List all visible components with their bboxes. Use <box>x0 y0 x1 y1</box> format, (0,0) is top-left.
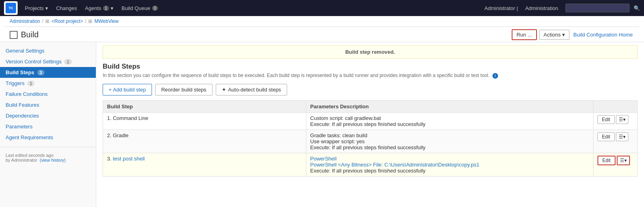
sidebar-item-label: Agent Requirements <box>6 134 53 140</box>
breadcrumb-root[interactable]: <Root project> <box>51 18 83 24</box>
top-navigation: TC Projects ▾ Changes Agents 1 ▾ Build Q… <box>0 0 644 16</box>
main-layout: General Settings Version Control Setting… <box>0 42 644 207</box>
sidebar-item-label: General Settings <box>6 48 45 54</box>
nav-projects[interactable]: Projects ▾ <box>22 4 51 13</box>
sidebar-badge: 1 <box>64 59 71 65</box>
chevron-down-icon: ▾ <box>562 32 565 38</box>
edited-by: by Administrator (view history) <box>6 158 90 162</box>
sidebar-item-build-steps[interactable]: Build Steps 3 <box>0 67 96 78</box>
auto-detect-build-steps-button[interactable]: ✦ Auto-detect build steps <box>216 84 287 95</box>
sidebar-item-label: Dependencies <box>6 113 39 119</box>
chevron-down-icon: ▾ <box>45 5 48 11</box>
main-content: Build step removed. Build Steps In this … <box>96 42 644 207</box>
sidebar-item-agent-requirements[interactable]: Agent Requirements <box>0 132 96 143</box>
sidebar-item-label: Parameters <box>6 124 32 130</box>
edit-step-button[interactable]: Edit <box>597 156 616 165</box>
action-buttons: + Add build step Reorder build steps ✦ A… <box>103 84 638 95</box>
step-actions-cell: Edit ☰ ▾ <box>593 153 638 176</box>
sidebar-item-label: Failure Conditions <box>6 91 48 97</box>
sidebar-item-label: Build Features <box>6 102 39 108</box>
breadcrumb-project-icon: ⊞ <box>88 18 92 24</box>
nav-changes[interactable]: Changes <box>53 4 80 13</box>
step-actions-cell: Edit ☰ ▾ <box>593 130 638 153</box>
col-header-params: Parameters Description <box>306 100 593 112</box>
sidebar-item-triggers[interactable]: Triggers 1 <box>0 78 96 89</box>
section-description: In this section you can configure the se… <box>103 72 638 79</box>
nav-agents[interactable]: Agents 1 ▾ <box>82 4 117 13</box>
table-row: 3. test post shell PowerShell PowerShell… <box>103 153 638 176</box>
sidebar-item-dependencies[interactable]: Dependencies <box>0 110 96 121</box>
sidebar-item-version-control[interactable]: Version Control Settings 1 <box>0 56 96 67</box>
breadcrumb-root-icon: ⊞ <box>45 18 49 24</box>
nav-build-queue[interactable]: Build Queue 0 <box>118 4 161 13</box>
param-link[interactable]: PowerShell <box>310 156 337 162</box>
step-params-cell: Gradle tasks: clean build Use wrapper sc… <box>306 130 593 153</box>
actions-button[interactable]: Actions ▾ <box>539 30 569 40</box>
view-history-link[interactable]: (view history) <box>40 158 66 162</box>
menu-icon: ☰ <box>619 134 623 140</box>
alert-banner: Build step removed. <box>103 45 638 59</box>
step-action-buttons: Edit ☰ ▾ <box>597 115 633 124</box>
sidebar-item-parameters[interactable]: Parameters <box>0 121 96 132</box>
edit-step-button[interactable]: Edit <box>597 132 615 141</box>
nav-right: Administrator | Administration 🔍 <box>484 4 640 13</box>
menu-icon: ☰ <box>619 117 623 122</box>
info-icon: i <box>492 73 498 79</box>
sidebar-item-label: Triggers <box>6 80 24 86</box>
param-line: Execute: If all previous steps finished … <box>310 168 589 174</box>
param-line: Custom script: call gradlew.bat <box>310 115 589 121</box>
search-icon[interactable]: 🔍 <box>634 5 640 11</box>
edit-step-button[interactable]: Edit <box>597 115 615 124</box>
sidebar-item-build-features[interactable]: Build Features <box>0 99 96 110</box>
build-steps-table: Build Step Parameters Description 1. Com… <box>103 100 638 177</box>
step-actions-cell: Edit ☰ ▾ <box>593 112 638 130</box>
sidebar-badge: 3 <box>37 70 45 75</box>
sidebar-item-failure-conditions[interactable]: Failure Conditions <box>0 89 96 99</box>
step-menu-button[interactable]: ☰ ▾ <box>617 156 630 165</box>
step-action-buttons: Edit ☰ ▾ <box>597 132 633 141</box>
run-button[interactable]: Run ... <box>512 29 537 40</box>
wand-icon: ✦ <box>222 87 226 93</box>
build-configuration-home-button[interactable]: Build Configuration Home <box>572 30 634 39</box>
step-name-cell: 1. Command Line <box>103 112 306 130</box>
page-title-icon <box>10 31 18 39</box>
step-title-link[interactable]: test post shell <box>113 156 145 162</box>
param-line: Execute: If all previous steps finished … <box>310 144 589 150</box>
menu-icon: ☰ <box>620 158 624 163</box>
header-actions: Run ... Actions ▾ Build Configuration Ho… <box>512 29 634 40</box>
dropdown-arrow-icon: ▾ <box>623 117 626 122</box>
dropdown-arrow-icon: ▾ <box>624 158 627 163</box>
step-name-cell: 2. Gradle <box>103 130 306 153</box>
sidebar-item-general-settings[interactable]: General Settings <box>0 45 96 56</box>
logo-text: TC <box>9 6 13 10</box>
nav-items: Projects ▾ Changes Agents 1 ▾ Build Queu… <box>22 4 484 13</box>
table-row: 2. Gradle Gradle tasks: clean build Use … <box>103 130 638 153</box>
search-input[interactable] <box>565 4 630 12</box>
sidebar: General Settings Version Control Setting… <box>0 42 96 207</box>
param-line: Execute: If all previous steps finished … <box>310 121 589 127</box>
table-row: 1. Command Line Custom script: call grad… <box>103 112 638 130</box>
col-header-step: Build Step <box>103 100 306 112</box>
step-menu-button[interactable]: ☰ ▾ <box>616 132 628 141</box>
sidebar-badge: 1 <box>27 81 34 86</box>
sidebar-footer: Last edited seconds ago by Administrator… <box>0 147 96 165</box>
chevron-down-icon: ▾ <box>111 5 113 11</box>
dropdown-arrow-icon: ▾ <box>623 134 626 140</box>
breadcrumb: Administration / ⊞ <Root project> / ⊞ MW… <box>5 16 639 27</box>
reorder-build-steps-button[interactable]: Reorder build steps <box>155 84 213 95</box>
sidebar-item-label: Build Steps <box>6 69 34 75</box>
section-title: Build Steps <box>103 63 638 71</box>
breadcrumb-admin[interactable]: Administration <box>10 18 40 24</box>
param-link[interactable]: PowerShell <Any Bitness> File: C:\Users\… <box>310 162 480 168</box>
step-params-cell: PowerShell PowerShell <Any Bitness> File… <box>306 153 593 176</box>
last-edited-label: Last edited seconds ago <box>6 153 90 158</box>
param-line: Gradle tasks: clean build <box>310 132 589 138</box>
nav-administration[interactable]: Administration <box>522 4 561 13</box>
step-menu-button[interactable]: ☰ ▾ <box>616 115 628 124</box>
breadcrumb-project[interactable]: MWebView <box>94 18 118 24</box>
sidebar-item-label: Version Control Settings <box>6 59 61 65</box>
step-params-cell: Custom script: call gradlew.bat Execute:… <box>306 112 593 130</box>
app-logo[interactable]: TC <box>4 1 18 15</box>
step-action-buttons: Edit ☰ ▾ <box>597 156 633 165</box>
add-build-step-button[interactable]: + Add build step <box>103 84 152 95</box>
